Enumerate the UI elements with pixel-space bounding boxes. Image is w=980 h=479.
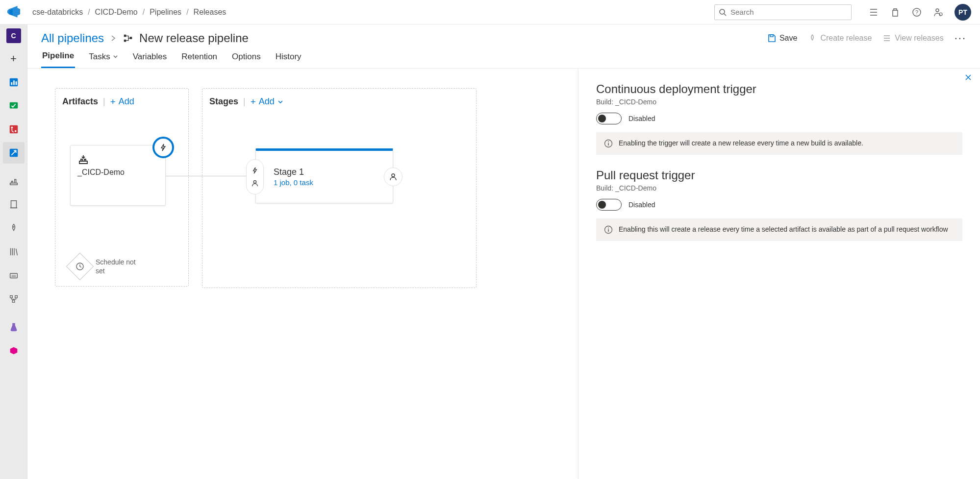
- svg-rect-20: [12, 300, 15, 303]
- tab-tasks-label: Tasks: [89, 52, 110, 62]
- top-bar: cse-databricks / CICD-Demo / Pipelines /…: [0, 0, 980, 24]
- search-box[interactable]: [714, 4, 852, 20]
- add-artifact-button[interactable]: + Add: [110, 96, 134, 107]
- work-items-icon[interactable]: [868, 7, 879, 18]
- plus-icon: +: [251, 97, 256, 106]
- nav-add[interactable]: +: [3, 48, 25, 70]
- nav-testplans[interactable]: [3, 316, 25, 338]
- crumb-project[interactable]: CICD-Demo: [95, 8, 138, 17]
- user-settings-icon[interactable]: [933, 7, 944, 18]
- svg-line-1: [724, 14, 726, 16]
- search-input[interactable]: [729, 7, 847, 17]
- pipeline-canvas: Artifacts | + Add _CICD-Demo: [27, 69, 578, 479]
- stage-jobs-link[interactable]: 1 job, 0 task: [274, 178, 313, 187]
- svg-rect-18: [10, 296, 12, 298]
- schedule-status[interactable]: Schedule not set: [70, 257, 140, 276]
- info-icon: [604, 139, 613, 148]
- crumb-page[interactable]: Releases: [194, 8, 226, 17]
- nav-releases-icon[interactable]: [3, 217, 25, 239]
- nav-overview[interactable]: [3, 72, 25, 93]
- save-label: Save: [779, 34, 797, 43]
- svg-point-12: [11, 127, 13, 129]
- plus-icon: +: [110, 97, 116, 106]
- svg-rect-7: [11, 82, 12, 85]
- artifact-trigger-button[interactable]: [152, 137, 174, 158]
- nav-boards[interactable]: [3, 95, 25, 117]
- tab-variables[interactable]: Variables: [132, 51, 168, 68]
- cd-info-text: Enabling the trigger will create a new r…: [619, 139, 863, 148]
- pr-trigger-toggle[interactable]: [596, 199, 622, 211]
- pr-info-text: Enabling this will create a release ever…: [619, 225, 948, 234]
- save-button[interactable]: Save: [767, 34, 797, 43]
- svg-rect-24: [770, 35, 773, 37]
- nav-library-icon[interactable]: [3, 241, 25, 263]
- artifact-name: _CICD-Demo: [77, 168, 158, 177]
- rocket-icon: [808, 34, 817, 43]
- nav-artifacts[interactable]: [3, 340, 25, 361]
- user-avatar[interactable]: PT: [955, 4, 971, 21]
- nav-environments-icon[interactable]: [3, 194, 25, 216]
- cd-toggle-label: Disabled: [628, 115, 655, 122]
- info-icon: [604, 225, 613, 234]
- search-icon: [719, 8, 727, 16]
- breadcrumb-sep: /: [186, 8, 188, 17]
- svg-point-16: [13, 226, 14, 228]
- tab-history[interactable]: History: [275, 51, 302, 68]
- view-releases-label: View releases: [895, 34, 943, 43]
- more-actions-button[interactable]: ···: [955, 32, 966, 45]
- view-releases-button: View releases: [882, 34, 943, 43]
- svg-rect-22: [124, 40, 126, 42]
- page-header: All pipelines New release pipeline Save …: [27, 24, 980, 45]
- nav-deploymentgroups-icon[interactable]: [3, 288, 25, 310]
- help-icon[interactable]: ?: [911, 7, 922, 18]
- svg-point-13: [14, 130, 16, 132]
- nav-repos[interactable]: [3, 119, 25, 140]
- breadcrumb: cse-databricks / CICD-Demo / Pipelines /…: [32, 8, 226, 17]
- stage-predeploy-conditions[interactable]: [246, 159, 264, 194]
- nav-project-tile[interactable]: C: [6, 28, 21, 43]
- svg-point-0: [720, 9, 725, 14]
- svg-text:?: ?: [915, 9, 918, 15]
- nav-taskgroups-icon[interactable]: [3, 264, 25, 286]
- list-icon: [882, 34, 891, 43]
- chevron-right-icon: [110, 35, 117, 42]
- add-artifact-label: Add: [119, 96, 134, 107]
- azure-devops-logo[interactable]: [5, 6, 23, 19]
- add-stage-button[interactable]: + Add: [251, 96, 283, 107]
- close-panel-button[interactable]: [964, 73, 972, 81]
- cd-trigger-toggle[interactable]: [596, 113, 622, 124]
- svg-point-26: [253, 181, 256, 183]
- tab-retention[interactable]: Retention: [180, 51, 218, 68]
- svg-point-32: [608, 228, 609, 229]
- svg-point-4: [936, 9, 939, 12]
- save-icon: [767, 34, 776, 43]
- svg-rect-17: [10, 273, 17, 278]
- tab-options[interactable]: Options: [231, 51, 262, 68]
- chevron-down-icon: [277, 99, 283, 105]
- pr-info-box: Enabling this will create a release ever…: [596, 218, 962, 241]
- tab-pipeline[interactable]: Pipeline: [41, 51, 75, 68]
- breadcrumb-sep: /: [143, 8, 145, 17]
- crumb-section[interactable]: Pipelines: [150, 8, 181, 17]
- stage-card[interactable]: Stage 1 1 job, 0 task: [255, 148, 393, 203]
- nav-builds-icon[interactable]: [3, 170, 25, 192]
- svg-rect-8: [13, 80, 15, 85]
- stage-postdeploy-conditions[interactable]: [384, 168, 402, 186]
- tab-tasks[interactable]: Tasks: [88, 51, 119, 68]
- page-title: New release pipeline: [139, 31, 249, 45]
- chevron-down-icon: [113, 54, 118, 59]
- all-pipelines-link[interactable]: All pipelines: [41, 31, 104, 45]
- marketplace-icon[interactable]: [890, 7, 901, 18]
- artifact-card[interactable]: _CICD-Demo: [70, 145, 166, 206]
- breadcrumb-sep: /: [88, 8, 90, 17]
- nav-pipelines[interactable]: [3, 142, 25, 164]
- svg-rect-9: [15, 81, 17, 85]
- cd-trigger-title: Continuous deployment trigger: [596, 82, 962, 96]
- release-pipeline-icon: [123, 33, 133, 44]
- build-artifact-icon: [77, 153, 89, 165]
- schedule-text: Schedule not set: [96, 258, 140, 275]
- svg-rect-30: [608, 143, 609, 145]
- create-release-button: Create release: [808, 34, 872, 43]
- crumb-org[interactable]: cse-databricks: [32, 8, 83, 17]
- svg-rect-15: [11, 201, 16, 208]
